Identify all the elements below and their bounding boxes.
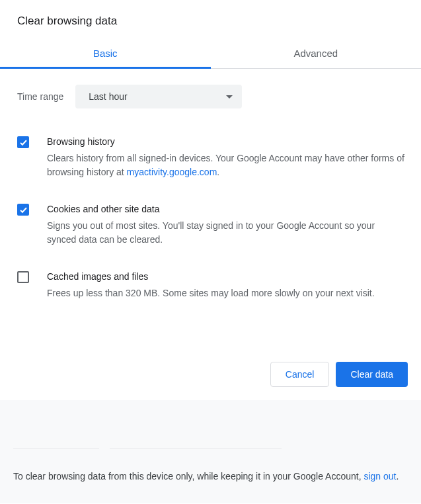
time-range-row: Time range Last hour [0, 69, 421, 124]
checkbox-cached[interactable] [17, 271, 29, 283]
option-cached: Cached images and files Frees up less th… [16, 259, 405, 312]
footer-text: To clear browsing data from this device … [13, 456, 408, 483]
option-cookies: Cookies and other site data Signs you ou… [16, 192, 405, 259]
myactivity-link[interactable]: myactivity.google.com [127, 167, 217, 177]
clear-browsing-data-dialog: Clear browsing data Basic Advanced Time … [0, 0, 421, 503]
checkbox-cookies[interactable] [17, 204, 29, 216]
dialog-title: Clear browsing data [0, 15, 421, 40]
divider [110, 448, 282, 449]
time-range-select[interactable]: Last hour [75, 85, 242, 108]
option-title: Browsing history [47, 135, 405, 149]
option-title: Cookies and other site data [47, 202, 405, 217]
tab-basic[interactable]: Basic [0, 40, 211, 68]
tab-advanced[interactable]: Advanced [211, 40, 422, 68]
option-desc: Clears history from all signed-in device… [47, 151, 405, 180]
footer: To clear browsing data from this device … [0, 400, 421, 503]
option-desc: Frees up less than 320 MB. Some sites ma… [47, 286, 405, 301]
options-list: Browsing history Clears history from all… [0, 124, 421, 313]
checkbox-browsing-history[interactable] [17, 136, 29, 148]
clear-data-button[interactable]: Clear data [336, 362, 408, 387]
divider [13, 448, 99, 449]
time-range-selected: Last hour [89, 91, 127, 102]
time-range-label: Time range [17, 91, 63, 102]
tabs: Basic Advanced [0, 40, 421, 69]
chevron-down-icon [226, 95, 233, 99]
option-browsing-history: Browsing history Clears history from all… [16, 124, 405, 192]
option-desc: Signs you out of most sites. You'll stay… [47, 219, 405, 247]
sign-out-link[interactable]: sign out [364, 471, 396, 482]
cancel-button[interactable]: Cancel [270, 362, 330, 387]
button-row: Cancel Clear data [0, 313, 421, 400]
option-title: Cached images and files [47, 270, 405, 284]
